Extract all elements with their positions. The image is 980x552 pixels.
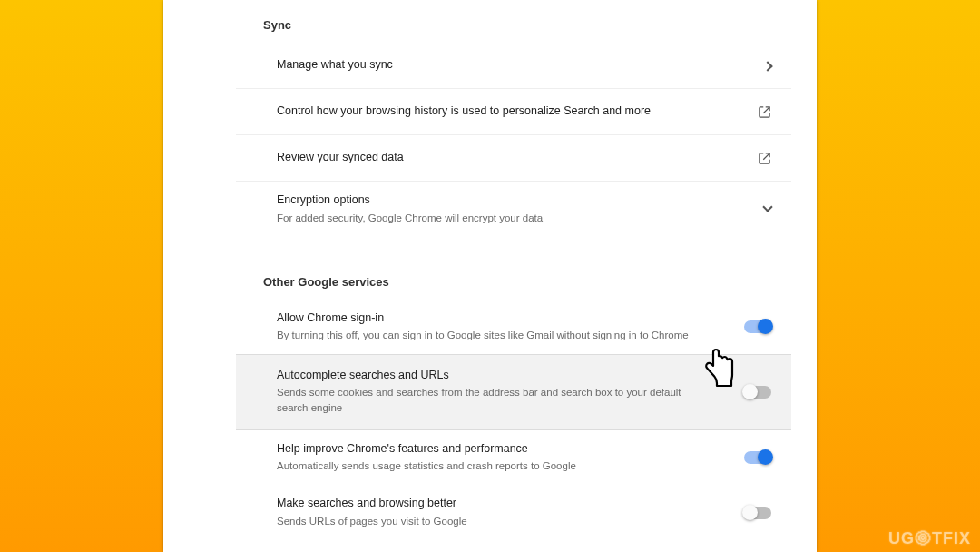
external-link-icon bbox=[739, 105, 771, 119]
row-description: For added security, Google Chrome will e… bbox=[277, 211, 713, 226]
row-description: Sends some cookies and searches from the… bbox=[277, 385, 713, 417]
row-manage-sync[interactable]: Manage what you sync bbox=[236, 43, 791, 89]
row-label: Help improve Chrome's features and perfo… bbox=[277, 441, 713, 458]
settings-panel: Sync Manage what you sync Control how yo… bbox=[236, 0, 791, 552]
toggle-make-better[interactable] bbox=[744, 507, 771, 519]
external-link-icon bbox=[739, 152, 771, 165]
section-heading-services: Other Google services bbox=[236, 242, 791, 300]
row-label: Review your synced data bbox=[277, 150, 713, 166]
chevron-down-icon bbox=[764, 201, 771, 217]
row-label: Autocomplete searches and URLs bbox=[277, 368, 713, 384]
row-label: Allow Chrome sign-in bbox=[277, 310, 713, 327]
row-label: Encryption options bbox=[277, 192, 713, 209]
row-help-improve: Help improve Chrome's features and perfo… bbox=[236, 430, 791, 486]
row-allow-signin: Allow Chrome sign-in By turning this off… bbox=[236, 300, 791, 355]
watermark: UG🞋TFIX bbox=[888, 529, 971, 548]
toggle-autocomplete[interactable] bbox=[744, 386, 771, 399]
row-make-better: Make searches and browsing better Sends … bbox=[236, 485, 791, 540]
row-description: By turning this off, you can sign in to … bbox=[277, 328, 713, 343]
toggle-help-improve[interactable] bbox=[744, 451, 771, 464]
row-label: Manage what you sync bbox=[277, 57, 713, 74]
row-description: Sends URLs of pages you visit to Google bbox=[277, 514, 713, 529]
row-description: Automatically sends usage statistics and… bbox=[277, 458, 713, 474]
row-encryption-options[interactable]: Encryption options For added security, G… bbox=[236, 182, 791, 242]
toggle-allow-signin[interactable] bbox=[744, 320, 771, 333]
row-review-synced[interactable]: Review your synced data bbox=[236, 135, 791, 182]
row-control-history[interactable]: Control how your browsing history is use… bbox=[236, 89, 791, 135]
settings-screenshot: Sync Manage what you sync Control how yo… bbox=[163, 0, 817, 552]
section-heading-sync: Sync bbox=[236, 0, 791, 43]
row-label: Make searches and browsing better bbox=[277, 496, 713, 512]
row-label: Control how your browsing history is use… bbox=[277, 104, 713, 120]
row-autocomplete: Autocomplete searches and URLs Sends som… bbox=[236, 354, 791, 430]
chevron-right-icon bbox=[764, 57, 771, 74]
row-spell-check: Enhanced spell check To fix spelling err… bbox=[236, 540, 791, 552]
